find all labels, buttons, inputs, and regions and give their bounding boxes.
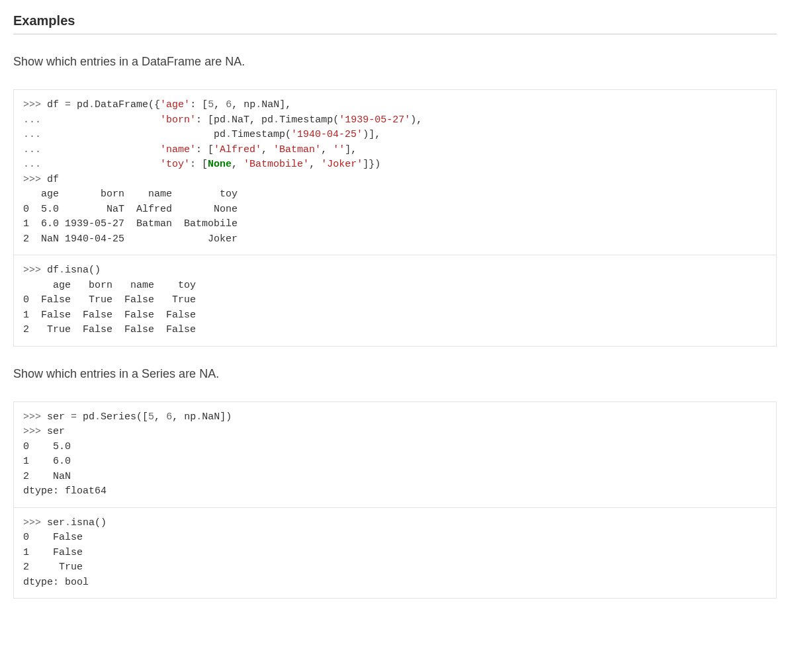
code-block-ser-create: >>> ser = pd.Series([5, 6, np.NaN]) >>> … [14, 402, 776, 507]
dataframe-description: Show which entries in a DataFrame are NA… [13, 53, 777, 71]
code-block-ser-isna: >>> ser.isna() 0 False 1 False 2 True dt… [14, 507, 776, 599]
series-description: Show which entries in a Series are NA. [13, 365, 777, 383]
code-block-df-isna: >>> df.isna() age born name toy 0 False … [14, 255, 776, 346]
code-block-df-create: >>> df = pd.DataFrame({'age': [5, 6, np.… [14, 90, 776, 255]
examples-heading: Examples [13, 13, 777, 34]
code-example-dataframe: >>> df = pd.DataFrame({'age': [5, 6, np.… [13, 89, 777, 347]
code-example-series: >>> ser = pd.Series([5, 6, np.NaN]) >>> … [13, 401, 777, 599]
